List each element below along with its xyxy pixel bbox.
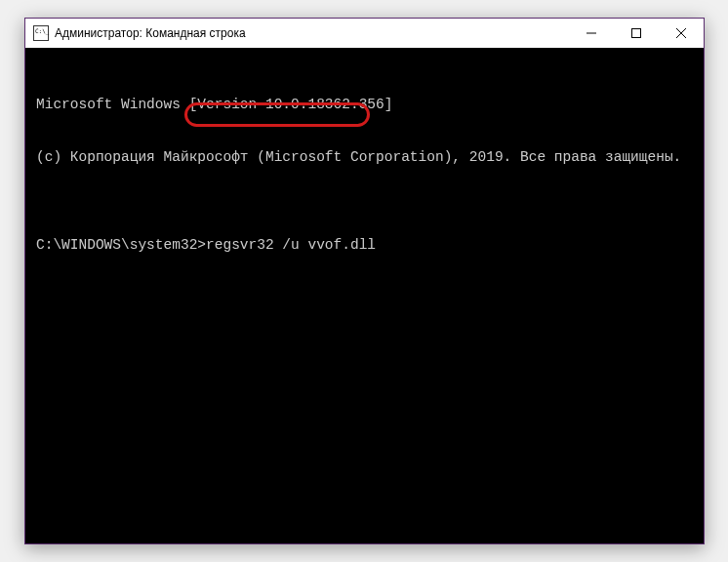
cmd-icon (33, 25, 49, 41)
version-line: Microsoft Windows [Version 10.0.18362.35… (32, 96, 697, 113)
titlebar[interactable]: Администратор: Командная строка (25, 19, 704, 48)
prompt-line: C:\WINDOWS\system32>regsvr32 /u vvof.dll (32, 236, 697, 254)
copyright-line: (c) Корпорация Майкрософт (Microsoft Cor… (32, 148, 697, 166)
window-controls (569, 19, 704, 48)
typed-command: regsvr32 /u vvof.dll (206, 237, 376, 253)
prompt-path: C:\WINDOWS\system32> (36, 237, 206, 253)
minimize-button[interactable] (569, 19, 614, 48)
window-title: Администратор: Командная строка (55, 26, 246, 40)
maximize-button[interactable] (614, 19, 659, 48)
close-button[interactable] (659, 19, 704, 48)
terminal-output[interactable]: Microsoft Windows [Version 10.0.18362.35… (32, 55, 697, 537)
command-prompt-window: Администратор: Командная строка Microsof… (24, 18, 705, 544)
svg-rect-1 (632, 29, 641, 38)
